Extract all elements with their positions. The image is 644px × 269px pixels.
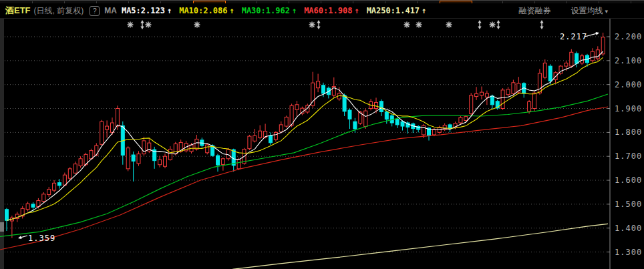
y-axis-label: 1.600 (615, 176, 642, 185)
y-axis-label: 2.000 (615, 80, 642, 89)
candlestick-chart[interactable]: 2.2002.1002.0001.9001.8001.7001.6001.500… (0, 19, 644, 269)
symbol-name: 酒ETF (5, 5, 31, 17)
ma-line-ma250 (232, 224, 608, 269)
event-updown-arrow-icon[interactable] (478, 20, 481, 29)
event-updown-arrow-icon[interactable] (540, 20, 543, 29)
ma-legend-item: MA30:1.962↑ (242, 6, 297, 15)
ma-legend-item: MA250:1.417↑ (367, 6, 427, 15)
header-links: 融资融券设置均线▾ (518, 5, 644, 17)
y-axis-label: 2.100 (615, 56, 642, 65)
ma-line-ma30 (0, 94, 608, 236)
y-axis-label: 1.700 (615, 152, 642, 161)
event-updown-arrow-icon[interactable] (140, 20, 144, 29)
header-link-ma-settings[interactable]: 设置均线▾ (571, 5, 608, 17)
chart-header: 酒ETF (日线, 前复权) ? MA MA5:2.123↑MA10:2.086… (0, 3, 644, 19)
header-link-margin-trading[interactable]: 融资融券 (518, 5, 550, 17)
annotation-arrow (21, 236, 27, 238)
y-axis-label: 1.800 (615, 127, 642, 137)
event-star-icon[interactable] (416, 22, 422, 27)
event-star-icon[interactable] (446, 22, 452, 27)
event-star-icon[interactable] (194, 22, 200, 27)
event-star-icon[interactable] (309, 22, 315, 27)
ma-legend-item: MA10:2.086↑ (179, 6, 234, 15)
trend-up-arrow-icon: ↑ (167, 6, 172, 15)
trading-app-window: { "top_strip": { "divider_xs": [48, 96, … (0, 0, 644, 269)
event-star-icon[interactable] (404, 22, 410, 27)
event-updown-arrow-icon[interactable] (496, 20, 500, 29)
ma-legend-item: MA5:2.123↑ (122, 6, 172, 15)
chevron-down-icon: ▾ (605, 8, 608, 15)
ma-prefix-label: MA (104, 6, 117, 15)
trend-up-arrow-icon: ↑ (292, 6, 297, 15)
annotation-arrowhead (596, 32, 599, 35)
event-star-icon[interactable] (146, 22, 151, 27)
y-axis-label: 2.200 (615, 32, 642, 41)
chart-mode-label: (日线, 前复权) (34, 5, 84, 17)
trend-up-arrow-icon: ↑ (229, 6, 234, 15)
ma-legend-item: MA60:1.908↑ (304, 6, 359, 15)
scrollbar-thumb[interactable] (0, 222, 4, 232)
event-updown-arrow-icon[interactable] (317, 20, 320, 29)
ma-legend: MA5:2.123↑MA10:2.086↑MA30:1.962↑MA60:1.9… (122, 6, 434, 15)
event-star-icon[interactable] (490, 22, 495, 27)
annotation-arrowhead (18, 236, 21, 239)
help-icon[interactable]: ? (90, 6, 100, 16)
ma-line-ma5 (7, 51, 603, 220)
price-annotation: 1.359 (28, 234, 55, 243)
y-axis-label: 1.900 (615, 104, 642, 113)
price-annotation: 2.217 (560, 32, 587, 41)
y-axis-label: 1.400 (615, 224, 642, 233)
trend-up-arrow-icon: ↑ (354, 6, 359, 15)
event-star-icon[interactable] (128, 22, 133, 27)
y-axis-label: 1.300 (615, 248, 642, 257)
candles (5, 33, 605, 238)
trend-up-arrow-icon: ↑ (422, 6, 426, 15)
y-axis-label: 1.500 (615, 200, 642, 209)
